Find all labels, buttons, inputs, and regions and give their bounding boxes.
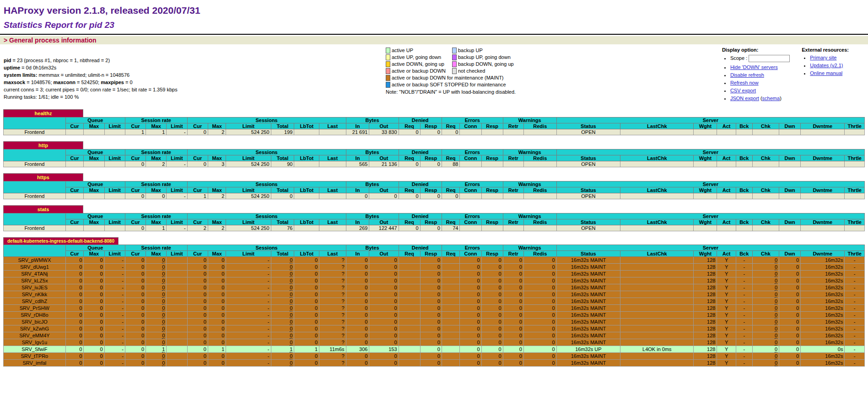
cell xyxy=(167,257,187,264)
display-option-link[interactable]: Refresh now xyxy=(730,80,759,85)
legend-label: active UP, going down xyxy=(392,54,441,60)
cell: 0 xyxy=(752,319,779,325)
cell xyxy=(399,291,420,298)
cell: OPEN xyxy=(556,129,620,135)
cell xyxy=(104,225,125,231)
cell: 0 xyxy=(187,161,208,167)
cell: - xyxy=(104,298,125,305)
cell: - xyxy=(845,325,865,332)
external-resource-link[interactable]: Updates (v2.1) xyxy=(810,63,843,68)
group-header: Errors xyxy=(442,149,503,155)
cell: 0 xyxy=(399,161,420,167)
cell: 0 xyxy=(187,325,208,332)
external-resource-link[interactable]: Online manual xyxy=(810,70,842,76)
cell: 0 xyxy=(208,284,226,291)
column-header: Max xyxy=(84,219,104,225)
column-header: Req xyxy=(399,123,420,129)
cell: OPEN xyxy=(556,161,620,167)
column-header: Dwntme xyxy=(801,123,845,129)
cell: - xyxy=(845,312,865,319)
cell: 0 xyxy=(84,346,104,353)
cell: 0 xyxy=(503,291,523,298)
cell: 16m32s MAINT xyxy=(556,291,620,298)
cell xyxy=(620,353,694,360)
cell xyxy=(620,264,694,271)
cell xyxy=(399,332,420,339)
cell: 0 xyxy=(187,277,208,284)
cell: 0 xyxy=(503,360,523,367)
cell xyxy=(442,339,460,346)
external-resource-link[interactable]: Primary site xyxy=(810,55,836,60)
display-option-link[interactable]: JSON export xyxy=(730,96,759,101)
display-option-item: CSV export xyxy=(730,88,790,93)
group-header: Warnings xyxy=(503,245,556,251)
cell xyxy=(694,129,717,135)
column-header: Bck xyxy=(736,251,752,257)
display-option-link[interactable]: CSV export xyxy=(730,88,756,93)
display-option-sublink[interactable]: schema xyxy=(762,96,780,101)
cell: 16m32s xyxy=(801,284,845,291)
cell: 90 xyxy=(271,161,294,167)
cell: 0 xyxy=(523,298,556,305)
proxy-title: https xyxy=(3,173,83,181)
cell: 0 xyxy=(420,277,442,284)
cell: 0 xyxy=(460,264,481,271)
column-header: Dwntme xyxy=(801,219,845,225)
column-header: Resp xyxy=(420,123,442,129)
cell: 16m32s xyxy=(801,277,845,284)
cell: 0 xyxy=(187,284,208,291)
cell: 0 xyxy=(294,271,319,277)
cell: 0 xyxy=(187,346,208,353)
cell: 0 xyxy=(779,353,801,360)
proxy-section-stats: statsQueueSession rateSessionsBytesDenie… xyxy=(3,205,865,231)
cell: 0 xyxy=(523,353,556,360)
column-header: Cur xyxy=(65,219,84,225)
cell: 16m32s xyxy=(801,353,845,360)
table-row: SRV_PrSHW00-0000-00?000000016m32s MAINT1… xyxy=(4,305,865,312)
cell: Y xyxy=(717,284,736,291)
cell xyxy=(399,305,420,312)
column-header: Last xyxy=(319,251,346,257)
cell xyxy=(65,161,84,167)
cell: 128 xyxy=(694,291,717,298)
cell xyxy=(694,225,717,231)
scope-item: Scope : xyxy=(730,55,790,62)
cell: 0 xyxy=(369,339,399,346)
legend-color-swatch xyxy=(452,61,457,67)
column-header: Last xyxy=(319,219,346,225)
column-header: Thrtle xyxy=(845,155,865,161)
cell xyxy=(167,277,187,284)
cell: 1 xyxy=(146,129,167,135)
cell: Y xyxy=(717,339,736,346)
cell: 0 xyxy=(294,264,319,271)
cell xyxy=(779,129,801,135)
cell: 0 xyxy=(369,325,399,332)
display-option-link[interactable]: Disable refresh xyxy=(730,72,764,78)
cell: - xyxy=(226,277,271,284)
cell xyxy=(399,312,420,319)
column-header: Max xyxy=(146,155,167,161)
cell: 0 xyxy=(442,193,460,199)
scope-input[interactable] xyxy=(749,55,790,62)
cell: - xyxy=(845,257,865,264)
cell: Y xyxy=(717,353,736,360)
cell xyxy=(481,225,503,231)
row-label: SRV_SfwiF xyxy=(4,346,66,353)
corner-header-cell xyxy=(4,149,66,161)
display-option-item: Disable refresh xyxy=(730,72,790,78)
cell: 0 xyxy=(503,271,523,277)
cell: 0 xyxy=(752,312,779,319)
column-header: Last xyxy=(319,187,346,193)
display-option-link[interactable]: Hide 'DOWN' servers xyxy=(730,64,778,70)
cell xyxy=(801,129,845,135)
column-header: Out xyxy=(369,251,399,257)
cell: 524 250 xyxy=(226,193,271,199)
cell xyxy=(717,225,736,231)
cell: 128 xyxy=(694,353,717,360)
cell: 0 xyxy=(369,277,399,284)
cell: 0 xyxy=(346,360,369,367)
cell: 0 xyxy=(208,353,226,360)
group-header: Errors xyxy=(442,181,503,187)
cell: 128 xyxy=(694,264,717,271)
cell: 0 xyxy=(208,298,226,305)
